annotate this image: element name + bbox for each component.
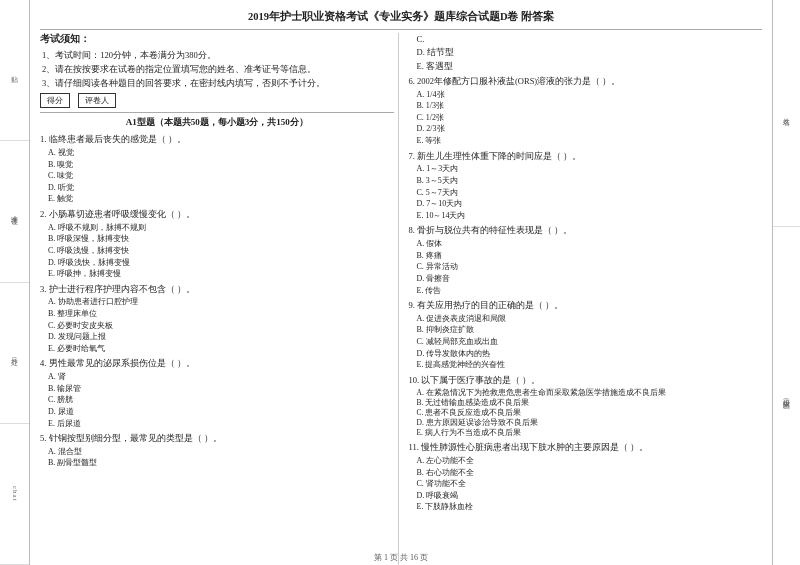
q9-opt-a: A. 促进炎表皮消退和局限 <box>417 313 763 325</box>
question-5-stem: 5. 针铜按型别细分型，最常见的类型是（ ）。 <box>40 432 394 445</box>
question-10-stem: 10. 以下属于医疗事故的是（ ）。 <box>409 374 763 387</box>
page-wrapper: 贴 准考证 号处 chat 2019年护士职业资格考试《专业实务》题库综合试题D… <box>0 0 800 565</box>
q6-opt-a: A. 1/4张 <box>417 89 763 101</box>
right-margin-name-label: 姓名 <box>782 112 792 114</box>
q10-opt-e: E. 病人行为不当造成不良后果 <box>417 428 763 438</box>
q6-opt-b: B. 1/3张 <box>417 100 763 112</box>
q7-opt-d: D. 7～10天内 <box>417 198 763 210</box>
left-margin: 贴 准考证 号处 chat <box>0 0 30 565</box>
q10-opt-c: C. 患者不良反应造成不良后果 <box>417 408 763 418</box>
q9-opt-d: D. 传导发散体内的热 <box>417 348 763 360</box>
notice-item-1: 1、考试时间：120分钟，本卷满分为380分。 <box>42 49 394 62</box>
q4-number: 4. <box>40 358 46 368</box>
q10-opt-d: D. 患方原因延误诊治导致不良后果 <box>417 418 763 428</box>
q4-opt-c: C. 膀胱 <box>48 394 394 406</box>
q3-opt-e: E. 必要时给氧气 <box>48 343 394 355</box>
q5-opt-d: D. 结节型 <box>417 46 763 58</box>
right-margin-class: 班级（班区） <box>773 227 800 565</box>
question-9: 9. 有关应用热疗的目的正确的是（ ）。 A. 促进炎表皮消退和局限 B. 抑制… <box>409 299 763 371</box>
q8-opt-c: C. 异常活动 <box>417 261 763 273</box>
left-margin-label-1: 贴 <box>10 70 20 71</box>
notice-item-3: 3、请仔细阅读各种题目的回答要求，在密封线内填写，否则不予计分。 <box>42 77 394 90</box>
score-row: 得分 评卷人 <box>40 93 394 108</box>
question-2-stem: 2. 小肠幕切迹患者呼吸缓慢变化（ ）。 <box>40 208 394 221</box>
divider-1 <box>40 29 762 30</box>
q5-text: 针铜按型别细分型，最常见的类型是（ ）。 <box>49 433 222 443</box>
main-content: 2019年护士职业资格考试《专业实务》题库综合试题D卷 附答案 考试须知： 1、… <box>30 0 772 565</box>
q5-opt-c: C. <box>417 33 763 45</box>
left-margin-chat: chat <box>0 424 29 565</box>
question-7-stem: 7. 新生儿生理性体重下降的时间应是（ ）。 <box>409 150 763 163</box>
right-margin-class-label: 班级（班区） <box>782 393 792 399</box>
reviewer-box: 评卷人 <box>78 93 116 108</box>
q11-opt-c: C. 肾功能不全 <box>417 478 763 490</box>
question-11: 11. 慢性肺源性心脏病患者出现下肢水肿的主要原因是（ ）。 A. 左心功能不全… <box>409 441 763 513</box>
q2-opt-e: E. 呼吸抻，脉搏变慢 <box>48 268 394 280</box>
exam-title: 2019年护士职业资格考试《专业实务》题库综合试题D卷 附答案 <box>40 10 762 24</box>
q2-opt-c: C. 呼吸浅慢，脉搏变快 <box>48 245 394 257</box>
question-3: 3. 护士进行程序护理内容不包含（ ）。 A. 协助患者进行口腔护理 B. 整理… <box>40 283 394 355</box>
question-9-stem: 9. 有关应用热疗的目的正确的是（ ）。 <box>409 299 763 312</box>
question-2: 2. 小肠幕切迹患者呼吸缓慢变化（ ）。 A. 呼吸不规则，脉搏不规则 B. 呼… <box>40 208 394 280</box>
question-4-stem: 4. 男性最常见的泌尿系损伤位是（ ）。 <box>40 357 394 370</box>
question-10: 10. 以下属于医疗事故的是（ ）。 A. 在紧急情况下为抢救患危患者生命而采取… <box>409 374 763 438</box>
q8-opt-e: E. 传告 <box>417 285 763 297</box>
q7-opt-b: B. 3～5天内 <box>417 175 763 187</box>
q7-opt-e: E. 10～14天内 <box>417 210 763 222</box>
question-6-stem: 6. 2002年修配方口服补液盐(ORS)溶液的张力是（ ）。 <box>409 75 763 88</box>
q1-opt-e: E. 触觉 <box>48 193 394 205</box>
q6-opt-d: D. 2/3张 <box>417 123 763 135</box>
question-4: 4. 男性最常见的泌尿系损伤位是（ ）。 A. 肾 B. 输尿管 C. 膀胱 D… <box>40 357 394 429</box>
score-box: 得分 <box>40 93 70 108</box>
notice-title: 考试须知： <box>40 33 394 46</box>
q7-opt-c: C. 5～7天内 <box>417 187 763 199</box>
left-column: 考试须知： 1、考试时间：120分钟，本卷满分为380分。 2、请在按按要求在试… <box>40 33 399 565</box>
left-margin-label-3: 号处 <box>10 352 20 354</box>
q5-opt-b: B. 副骨型髓型 <box>48 457 394 469</box>
q3-opt-a: A. 协助患者进行口腔护理 <box>48 296 394 308</box>
right-margin-name: 姓名 <box>773 0 800 227</box>
question-8-stem: 8. 骨折与脱位共有的特征性表现是（ ）。 <box>409 224 763 237</box>
q2-number: 2. <box>40 209 46 219</box>
question-1: 1. 临终患者最后丧失的感觉是（ ）。 A. 视觉 B. 嗅觉 C. 味觉 D.… <box>40 133 394 205</box>
q5-continued: C. D. 结节型 E. 客遇型 <box>409 33 763 72</box>
q4-opt-d: D. 尿道 <box>48 406 394 418</box>
q3-number: 3. <box>40 284 46 294</box>
q11-opt-b: B. 右心功能不全 <box>417 467 763 479</box>
q5-opt-e: E. 客遇型 <box>417 60 763 72</box>
q9-opt-c: C. 减轻局部充血或出血 <box>417 336 763 348</box>
q8-opt-d: D. 骨擦音 <box>417 273 763 285</box>
q3-opt-b: B. 整理床单位 <box>48 308 394 320</box>
q2-text: 小肠幕切迹患者呼吸缓慢变化（ ）。 <box>49 209 195 219</box>
question-11-stem: 11. 慢性肺源性心脏病患者出现下肢水肿的主要原因是（ ）。 <box>409 441 763 454</box>
question-1-stem: 1. 临终患者最后丧失的感觉是（ ）。 <box>40 133 394 146</box>
q5-opt-a: A. 混合型 <box>48 446 394 458</box>
q1-number: 1. <box>40 134 46 144</box>
question-7: 7. 新生儿生理性体重下降的时间应是（ ）。 A. 1～3天内 B. 3～5天内… <box>409 150 763 222</box>
q3-opt-d: D. 发现问题上报 <box>48 331 394 343</box>
q6-opt-e: E. 等张 <box>417 135 763 147</box>
question-8: 8. 骨折与脱位共有的特征性表现是（ ）。 A. 假体 B. 疼痛 C. 异常活… <box>409 224 763 296</box>
section-a-title: A1型题（本题共50题，每小题3分，共150分） <box>40 116 394 129</box>
q11-opt-d: D. 呼吸衰竭 <box>417 490 763 502</box>
q9-opt-b: B. 抑制炎症扩散 <box>417 324 763 336</box>
notice-item-2: 2、请在按按要求在试卷的指定位置填写您的姓名、准考证号等信息。 <box>42 63 394 76</box>
q11-opt-a: A. 左心功能不全 <box>417 455 763 467</box>
divider-2 <box>40 112 394 113</box>
chat-label: chat <box>11 486 19 502</box>
q1-opt-b: B. 嗅觉 <box>48 159 394 171</box>
q1-text: 临终患者最后丧失的感觉是（ ）。 <box>49 134 186 144</box>
q2-opt-d: D. 呼吸浅快，脉搏变慢 <box>48 257 394 269</box>
q3-text: 护士进行程序护理内容不包含（ ）。 <box>49 284 195 294</box>
q5-number: 5. <box>40 433 46 443</box>
question-3-stem: 3. 护士进行程序护理内容不包含（ ）。 <box>40 283 394 296</box>
question-6: 6. 2002年修配方口服补液盐(ORS)溶液的张力是（ ）。 A. 1/4张 … <box>409 75 763 147</box>
q1-opt-c: C. 味觉 <box>48 170 394 182</box>
q4-opt-e: E. 后尿道 <box>48 418 394 430</box>
q9-opt-e: E. 提高感觉神经的兴奋性 <box>417 359 763 371</box>
left-margin-section-3: 号处 <box>0 283 29 424</box>
q11-opt-e: E. 下肢静脉血栓 <box>417 501 763 513</box>
right-margin: 姓名 班级（班区） <box>772 0 800 565</box>
left-margin-label-2: 准考证 <box>10 210 20 213</box>
q10-opt-a: A. 在紧急情况下为抢救患危患者生命而采取紧急医学措施造成不良后果 <box>417 388 763 398</box>
